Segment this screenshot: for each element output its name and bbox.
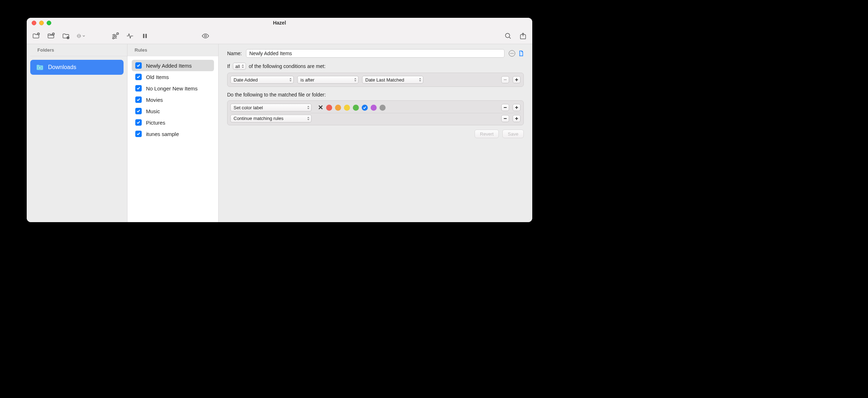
close-window-button[interactable]: [32, 21, 36, 25]
footer-buttons: Revert Save: [227, 130, 524, 138]
action-row-continue: Continue matching rules: [230, 113, 521, 124]
add-action-button[interactable]: [513, 115, 521, 122]
window-controls: [32, 21, 51, 25]
check-icon: [363, 106, 367, 110]
add-folder-icon[interactable]: [32, 32, 40, 40]
svg-point-7: [79, 36, 79, 36]
condition-operator-select[interactable]: is after: [297, 76, 359, 84]
name-row: Name:: [227, 49, 524, 58]
rule-item[interactable]: Newly Added Items: [132, 60, 214, 71]
add-rule-folder-icon[interactable]: [47, 32, 55, 40]
chevron-updown-icon: [241, 64, 244, 68]
color-label-picker: ✕: [318, 104, 386, 111]
if-suffix: of the following conditions are met:: [249, 63, 326, 69]
condition-attribute-select[interactable]: Date Added: [230, 76, 294, 84]
zoom-window-button[interactable]: [47, 21, 51, 25]
minimize-window-button[interactable]: [39, 21, 44, 25]
svg-rect-27: [515, 107, 518, 108]
remove-action-button[interactable]: [501, 115, 509, 122]
main-content: Folders Downloads Rules Newly Added Item…: [27, 44, 532, 222]
rule-checkbox[interactable]: [135, 108, 142, 114]
svg-point-11: [113, 37, 114, 39]
color-green[interactable]: [353, 105, 359, 111]
condition-row: Date Added is after Date Last Matched: [230, 75, 521, 84]
conditions-scope-select[interactable]: all: [233, 63, 246, 70]
window-title: Hazel: [27, 20, 532, 26]
folders-column: Folders Downloads: [27, 44, 127, 222]
rule-label: No Longer New Items: [146, 85, 198, 91]
add-action-button[interactable]: [513, 104, 521, 111]
rule-item[interactable]: itunes sample: [132, 128, 214, 140]
rule-item[interactable]: Pictures: [132, 117, 214, 128]
action-row-color: Set color label ✕: [230, 102, 521, 113]
share-icon[interactable]: [519, 32, 527, 40]
folder-settings-icon[interactable]: [62, 32, 70, 40]
if-prefix: If: [227, 63, 230, 69]
color-orange[interactable]: [335, 105, 341, 111]
svg-rect-25: [504, 107, 507, 108]
chevron-updown-icon: [354, 78, 357, 82]
condition-value-select[interactable]: Date Last Matched: [362, 76, 423, 84]
svg-point-9: [113, 34, 115, 36]
search-icon[interactable]: [504, 32, 512, 40]
more-actions-icon[interactable]: [77, 32, 85, 40]
folders-header: Folders: [30, 44, 127, 56]
actions-header: Do the following to the matched file or …: [227, 92, 524, 98]
folder-list: Downloads: [27, 56, 127, 78]
color-red[interactable]: [326, 105, 332, 111]
rule-checkbox[interactable]: [135, 85, 142, 91]
toolbar: [27, 28, 532, 44]
rule-label: Pictures: [146, 120, 165, 126]
rule-item[interactable]: No Longer New Items: [132, 83, 214, 94]
rules-column: Rules Newly Added ItemsOld ItemsNo Longe…: [127, 44, 219, 222]
rule-checkbox[interactable]: [135, 119, 142, 126]
add-rule-icon[interactable]: [111, 32, 119, 40]
svg-rect-22: [504, 79, 507, 80]
folder-icon: [36, 64, 44, 70]
rule-name-input[interactable]: [246, 49, 504, 58]
color-yellow[interactable]: [344, 105, 350, 111]
rule-item[interactable]: Movies: [132, 94, 214, 105]
pause-icon[interactable]: [141, 32, 149, 40]
color-blue[interactable]: [362, 105, 368, 111]
svg-point-21: [513, 53, 514, 54]
rule-label: Old Items: [146, 74, 169, 80]
rule-checkbox[interactable]: [135, 131, 142, 137]
svg-rect-13: [143, 34, 145, 38]
chevron-updown-icon: [289, 78, 292, 82]
rule-item[interactable]: Old Items: [132, 71, 214, 83]
action-type-select[interactable]: Set color label: [230, 104, 312, 111]
svg-point-6: [78, 36, 78, 36]
add-condition-button[interactable]: [513, 76, 521, 83]
rule-list: Newly Added ItemsOld ItemsNo Longer New …: [127, 56, 218, 143]
rule-checkbox[interactable]: [135, 62, 142, 69]
folder-item-downloads[interactable]: Downloads: [30, 60, 124, 75]
remove-condition-button[interactable]: [501, 76, 509, 83]
activity-icon[interactable]: [126, 32, 134, 40]
save-button[interactable]: Save: [502, 130, 524, 138]
revert-button[interactable]: Revert: [475, 130, 499, 138]
preview-icon[interactable]: [201, 32, 210, 40]
action-type-select[interactable]: Continue matching rules: [230, 115, 312, 122]
svg-rect-14: [146, 34, 147, 38]
rule-label: itunes sample: [146, 131, 179, 137]
remove-action-button[interactable]: [501, 104, 509, 111]
conditions-box: Date Added is after Date Last Matched: [227, 73, 524, 87]
chevron-updown-icon: [307, 105, 310, 110]
rule-checkbox[interactable]: [135, 74, 142, 80]
rule-notes-icon[interactable]: [509, 50, 515, 57]
color-none-icon[interactable]: ✕: [318, 104, 323, 111]
actions-box: Set color label ✕: [227, 100, 524, 125]
rule-checkbox[interactable]: [135, 96, 142, 103]
app-window: Hazel: [27, 18, 532, 222]
titlebar: Hazel: [27, 18, 532, 28]
color-purple[interactable]: [371, 105, 377, 111]
rule-item[interactable]: Music: [132, 105, 214, 117]
rule-document-icon[interactable]: [519, 50, 524, 57]
rule-label: Movies: [146, 97, 163, 103]
rules-header: Rules: [127, 44, 218, 56]
color-gray[interactable]: [380, 105, 386, 111]
rule-label: Music: [146, 108, 160, 114]
svg-point-8: [79, 36, 80, 36]
svg-rect-24: [515, 79, 518, 80]
